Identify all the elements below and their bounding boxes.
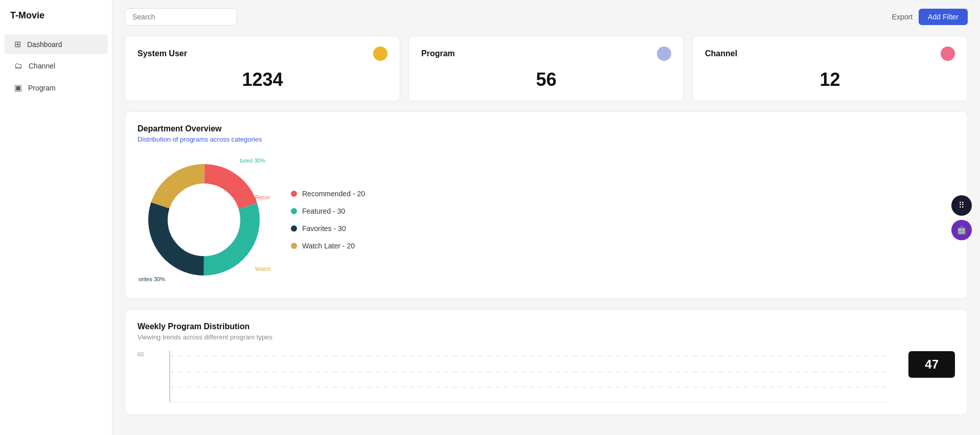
stat-title-program: Program [421,49,455,58]
sidebar-item-label-channel: Channel [29,62,55,70]
stat-card-channel: Channel 12 [692,36,968,101]
channel-icon: 🗂 [14,61,22,71]
bot-fab[interactable]: 🤖 [951,220,972,240]
program-icon: ▣ [14,83,22,93]
donut-section: tured 30% Recor Watch orites 30% [138,153,955,286]
stat-dot-channel [941,47,955,61]
stat-value-channel: 12 [705,69,955,90]
bot-fab-icon: 🤖 [956,225,967,235]
stat-card-header-channel: Channel [705,47,955,61]
legend-dot-favorites [291,225,297,232]
value-badge: 47 [908,351,955,378]
legend-dot-watchlater [291,243,297,249]
y-axis-label: 60 [138,351,144,357]
dept-overview-subtitle: Distribution of programs across categori… [138,135,955,143]
apps-fab[interactable]: ⠿ [951,195,972,216]
legend-label-featured: Featured - 30 [302,207,345,215]
sidebar-item-dashboard[interactable]: ⊞ Dashboard [4,34,108,54]
legend-dot-featured [291,208,297,214]
weekly-chart-svg [138,351,888,402]
main-content: Export Add Filter System User 1234 Progr… [112,0,980,435]
stat-dot-program [657,47,671,61]
weekly-chart-container: 60 [138,351,888,402]
legend-item-favorites: Favorites - 30 [291,224,365,233]
legend-dot-recommended [291,191,297,197]
search-input[interactable] [125,8,237,26]
sidebar: T-Movie ⊞ Dashboard 🗂 Channel ▣ Program [0,0,112,435]
sidebar-item-channel[interactable]: 🗂 Channel [4,56,108,76]
donut-hole [175,191,233,248]
app-logo: T-Movie [0,10,112,33]
weekly-subtitle: Viewing trends across different program … [138,333,955,341]
export-button[interactable]: Export [892,13,913,21]
legend-label-favorites: Favorites - 30 [302,224,346,233]
apps-fab-icon: ⠿ [959,200,965,210]
header-actions: Export Add Filter [892,9,968,25]
stat-title-system-user: System User [138,49,187,58]
dashboard-icon: ⊞ [14,39,21,49]
legend-item-watchlater: Watch Later - 20 [291,242,365,250]
donut-svg [138,153,270,286]
stat-card-system-user: System User 1234 [125,36,400,101]
stats-row: System User 1234 Program 56 Channel 12 [125,36,968,101]
sidebar-item-label-program: Program [28,84,56,92]
header-bar: Export Add Filter [125,8,968,26]
stat-title-channel: Channel [705,49,737,58]
fab-container: ⠿ 🤖 [951,195,972,240]
stat-value-program: 56 [421,69,671,90]
donut-chart: tured 30% Recor Watch orites 30% [138,153,270,286]
stat-value-system-user: 1234 [138,69,388,90]
sidebar-item-label-dashboard: Dashboard [27,40,62,49]
add-filter-button[interactable]: Add Filter [919,9,968,25]
legend-item-recommended: Recommended - 20 [291,190,365,198]
stat-card-header: System User [138,47,388,61]
legend-item-featured: Featured - 30 [291,207,365,215]
department-overview-card: Department Overview Distribution of prog… [125,111,968,299]
stat-card-header-program: Program [421,47,671,61]
donut-legend: Recommended - 20 Featured - 30 Favorites… [291,190,365,250]
stat-dot-system-user [373,47,388,61]
stat-card-program: Program 56 [408,36,684,101]
weekly-distribution-card: Weekly Program Distribution Viewing tren… [125,309,968,415]
legend-label-recommended: Recommended - 20 [302,190,365,198]
legend-label-watchlater: Watch Later - 20 [302,242,355,250]
sidebar-item-program[interactable]: ▣ Program [4,78,108,98]
weekly-title: Weekly Program Distribution [138,322,955,331]
dept-overview-title: Department Overview [138,124,955,133]
